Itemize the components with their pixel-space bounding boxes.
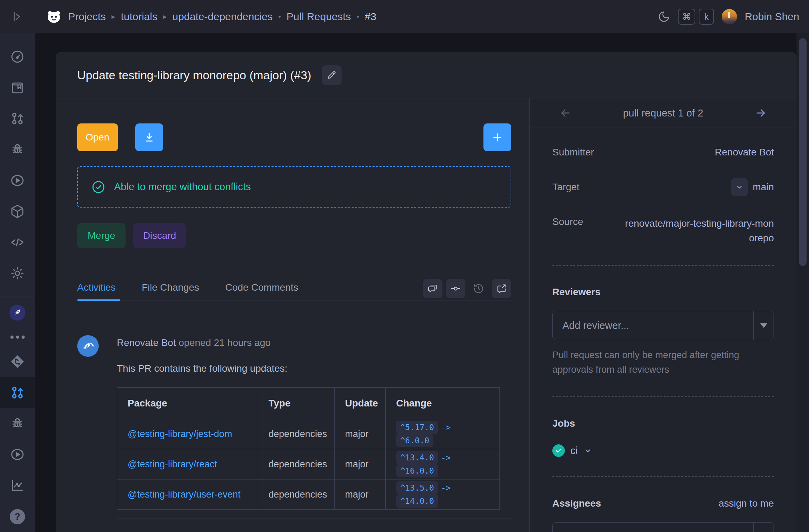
version-to-chip: ^6.0.0 (396, 434, 433, 447)
pr-title-row: Update testing-library monorepo (major) … (56, 52, 796, 98)
breadcrumb: Projects ▸ tutorials ▸ update-dependenci… (68, 11, 376, 23)
tab-toolbar (423, 279, 511, 298)
target-branch-link[interactable]: main (753, 182, 774, 193)
toggle-comments-button[interactable] (423, 279, 442, 298)
updates-table: Package Type Update Change @testing-libr… (117, 387, 500, 510)
rocket-project-avatar (9, 305, 25, 321)
comments-icon (427, 283, 438, 294)
target-label: Target (552, 182, 579, 193)
add-reviewer-select[interactable]: Add reviewer... (552, 311, 774, 340)
discard-button[interactable]: Discard (133, 223, 186, 248)
download-icon (143, 131, 155, 143)
breadcrumb-repo[interactable]: update-dependencies (173, 11, 273, 23)
submitter-label: Submitter (552, 147, 594, 158)
tab-activities[interactable]: Activities (77, 282, 115, 295)
reviewers-heading: Reviewers (552, 287, 774, 298)
next-pr-arrow-icon[interactable] (754, 107, 767, 119)
update-kind: major (335, 479, 386, 510)
merge-button[interactable]: Merge (77, 223, 126, 248)
col-header-package: Package (117, 388, 258, 419)
sidebar-project-overflow[interactable] (0, 328, 35, 346)
user-name[interactable]: Robin Shen (745, 11, 799, 23)
user-avatar[interactable] (722, 9, 737, 24)
activity-meta: opened 21 hours ago (176, 337, 271, 348)
history-button[interactable] (469, 279, 488, 298)
dark-mode-toggle-moon-icon[interactable] (658, 10, 670, 23)
sidebar-item-code[interactable] (0, 227, 35, 258)
breadcrumb-project[interactable]: tutorials (121, 11, 157, 23)
tab-file-changes[interactable]: File Changes (142, 282, 199, 295)
breadcrumb-section[interactable]: Pull Requests (287, 11, 351, 23)
navbar-right: ⌘ k Robin Shen (658, 9, 809, 25)
sidebar-item-pull-requests[interactable] (0, 103, 35, 134)
submitter-row: Submitter Renovate Bot (552, 147, 774, 158)
top-navbar: Projects ▸ tutorials ▸ update-dependenci… (0, 0, 809, 33)
col-header-update: Update (335, 388, 386, 419)
new-comment-button[interactable] (492, 279, 511, 298)
submitter-value-link[interactable]: Renovate Bot (715, 147, 774, 158)
package-link[interactable]: @testing-library/react (128, 459, 217, 469)
sidebar-item-docs[interactable] (0, 72, 35, 103)
sidebar-item-pull-requests-active[interactable] (0, 377, 35, 408)
pencil-icon (326, 70, 337, 80)
version-from-chip: ^13.4.0 (396, 451, 438, 464)
line-chart-icon (10, 478, 25, 493)
sidebar-item-builds[interactable] (0, 165, 35, 196)
sidebar-item-settings[interactable] (0, 258, 35, 289)
change-arrow: -> (441, 423, 451, 432)
sidebar-collapse-icon[interactable] (0, 0, 35, 33)
select-caret-segment (753, 311, 774, 340)
table-row: @testing-library/user-event dependencies… (117, 479, 500, 510)
plus-icon (491, 131, 503, 143)
pr-pager: pull request 1 of 2 (530, 98, 796, 128)
git-icon (10, 354, 25, 369)
play-circle-icon (10, 173, 25, 188)
prev-pr-arrow-icon[interactable] (559, 107, 572, 119)
package-link[interactable]: @testing-library/user-event (128, 489, 241, 500)
sidebar-project-avatar[interactable] (0, 297, 35, 328)
breadcrumb-dot: • (278, 12, 281, 21)
package-link[interactable]: @testing-library/jest-dom (128, 429, 232, 439)
sidebar-item-help[interactable]: ? (0, 501, 35, 532)
app-logo-icon[interactable] (46, 9, 62, 25)
renovate-bot-avatar (77, 335, 99, 357)
activity-author-link[interactable]: Renovate Bot (117, 337, 176, 348)
pr-sidebar: pull request 1 of 2 Submitter Renovate B… (529, 98, 796, 532)
activity-divider (117, 518, 511, 518)
sidebar-item-stats[interactable] (0, 470, 35, 501)
sidebar-item-dashboard[interactable] (0, 41, 35, 72)
k-keycap: k (699, 9, 714, 25)
source-label: Source (552, 216, 583, 227)
job-chevron-down-icon[interactable] (583, 446, 592, 455)
reviewers-help-text: Pull request can only be merged after ge… (552, 348, 774, 377)
pr-meta-section: Submitter Renovate Bot Target main Sourc… (530, 128, 796, 245)
breadcrumb-projects[interactable]: Projects (68, 11, 106, 23)
download-patch-button[interactable] (135, 123, 163, 151)
package-icon (10, 204, 25, 219)
command-palette-shortcut[interactable]: ⌘ k (678, 9, 714, 25)
breadcrumb-separator: ▸ (163, 12, 167, 21)
change-arrow: -> (441, 453, 451, 462)
sidebar-item-project-builds[interactable] (0, 439, 35, 470)
page-scrollbar-thumb[interactable] (799, 38, 807, 266)
add-comment-button[interactable] (483, 123, 511, 151)
sidebar-item-packages[interactable] (0, 196, 35, 227)
version-from-chip: ^5.17.0 (396, 421, 438, 434)
comment-external-icon (496, 283, 507, 294)
target-branch-dropdown-button[interactable] (731, 178, 748, 196)
source-branch-link[interactable]: renovate/major-testing-library-monorepo (624, 216, 774, 245)
add-assignee-select[interactable]: Add assignee... (552, 522, 774, 532)
job-row-ci[interactable]: ci (552, 444, 774, 457)
job-name-link[interactable]: ci (570, 445, 578, 457)
show-commits-button[interactable] (446, 279, 465, 298)
assign-to-me-link[interactable]: assign to me (719, 498, 774, 509)
activity-content: Renovate Bot opened 21 hours ago This PR… (117, 335, 511, 518)
sidebar-item-issues[interactable] (0, 134, 35, 165)
edit-title-button[interactable] (322, 65, 342, 85)
tab-code-comments[interactable]: Code Comments (225, 282, 298, 295)
sidebar-item-project-issues[interactable] (0, 408, 35, 439)
help-icon: ? (10, 509, 25, 524)
sidebar-item-git[interactable] (0, 346, 35, 377)
page-scrollbar-track[interactable] (796, 33, 809, 532)
pr-state-open-button[interactable]: Open (77, 123, 118, 151)
